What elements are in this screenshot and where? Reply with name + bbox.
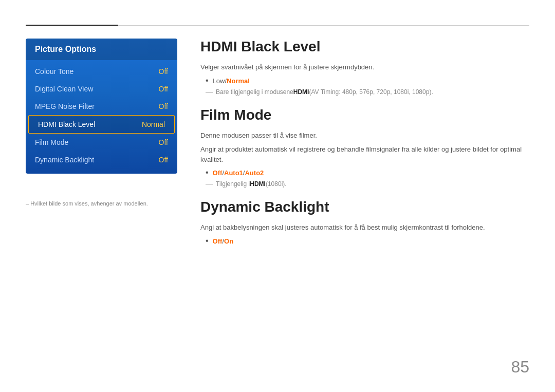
- film-mode-desc2: Angir at produktet automatisk vil regist…: [200, 144, 529, 164]
- bullet-dot-dynamic: •: [206, 237, 209, 245]
- menu-value-film-mode: Off: [159, 138, 168, 146]
- menu-value-mpeg-noise-filter: Off: [159, 102, 168, 110]
- film-mode-title: Film Mode: [200, 107, 529, 123]
- menu-label-colour-tone: Colour Tone: [35, 67, 73, 76]
- light-line: [118, 25, 529, 26]
- film-note-prefix: Tilgjengelig i: [216, 180, 250, 188]
- menu-item-hdmi-black-level[interactable]: HDMI Black Level Normal: [28, 115, 175, 134]
- picture-options-panel: Picture Options Colour Tone Off Digital …: [26, 39, 177, 174]
- top-decorative-lines: [26, 25, 529, 26]
- dynamic-option-off: Off: [213, 237, 223, 245]
- page-number: 85: [511, 358, 529, 377]
- dark-line: [26, 25, 118, 26]
- bullet-dot-hdmi: •: [206, 77, 209, 85]
- right-content-area: HDMI Black Level Velger svartnivået på s…: [200, 39, 529, 248]
- film-note-dash: —: [206, 179, 213, 188]
- menu-label-dynamic-backlight: Dynamic Backlight: [35, 156, 94, 164]
- hdmi-black-level-title: HDMI Black Level: [200, 39, 529, 55]
- hdmi-black-level-note: — Bare tilgjengelig i modusene HDMI (AV …: [200, 87, 529, 96]
- film-mode-note: — Tilgjengelig i HDMI (1080i).: [200, 179, 529, 188]
- menu-item-mpeg-noise-filter[interactable]: MPEG Noise Filter Off: [26, 98, 177, 115]
- left-panel-footer-note: – Hvilket bilde som vises, avhenger av m…: [26, 200, 148, 207]
- menu-label-digital-clean-view: Digital Clean View: [35, 85, 93, 93]
- hdmi-note-prefix: Bare tilgjengelig i modusene: [216, 88, 293, 96]
- menu-label-film-mode: Film Mode: [35, 138, 68, 146]
- film-mode-section: Film Mode Denne modusen passer til å vis…: [200, 107, 529, 188]
- menu-item-digital-clean-view[interactable]: Digital Clean View Off: [26, 80, 177, 98]
- menu-label-mpeg-noise-filter: MPEG Noise Filter: [35, 102, 95, 110]
- menu-value-hdmi-black-level: Normal: [142, 120, 165, 128]
- menu-item-dynamic-backlight[interactable]: Dynamic Backlight Off: [26, 151, 177, 169]
- film-option-auto2: Auto2: [245, 169, 264, 177]
- menu-label-hdmi-black-level: HDMI Black Level: [38, 120, 95, 128]
- menu-item-film-mode[interactable]: Film Mode Off: [26, 134, 177, 151]
- menu-item-colour-tone[interactable]: Colour Tone Off: [26, 63, 177, 80]
- menu-value-digital-clean-view: Off: [159, 85, 168, 93]
- hdmi-note-suffix: (AV Timing: 480p, 576p, 720p, 1080i, 108…: [309, 88, 433, 96]
- note-dash: —: [206, 87, 213, 96]
- film-option-auto1: Auto1: [224, 169, 243, 177]
- film-option-off: Off: [213, 169, 223, 177]
- film-note-hdmi: HDMI: [250, 180, 266, 188]
- panel-title: Picture Options: [26, 39, 177, 60]
- dynamic-backlight-options: • Off / On: [200, 237, 529, 245]
- menu-value-dynamic-backlight: Off: [159, 156, 168, 164]
- hdmi-note-hdmi: HDMI: [293, 88, 309, 96]
- hdmi-option-low: Low: [213, 77, 225, 85]
- hdmi-black-level-desc: Velger svartnivået på skjermen for å jus…: [200, 62, 529, 72]
- hdmi-black-level-section: HDMI Black Level Velger svartnivået på s…: [200, 39, 529, 96]
- film-note-suffix: (1080i).: [266, 180, 287, 188]
- hdmi-black-level-options: • Low / Normal: [200, 77, 529, 85]
- dynamic-backlight-title: Dynamic Backlight: [200, 199, 529, 215]
- dynamic-backlight-section: Dynamic Backlight Angi at bakbelysningen…: [200, 199, 529, 245]
- hdmi-option-normal: Normal: [227, 77, 250, 85]
- film-mode-desc1: Denne modusen passer til å vise filmer.: [200, 130, 529, 141]
- bullet-dot-film: •: [206, 169, 209, 177]
- dynamic-option-on: On: [224, 237, 233, 245]
- dynamic-backlight-desc: Angi at bakbelysningen skal justeres aut…: [200, 222, 529, 233]
- menu-value-colour-tone: Off: [159, 67, 168, 76]
- film-mode-options: • Off / Auto1 / Auto2: [200, 169, 529, 177]
